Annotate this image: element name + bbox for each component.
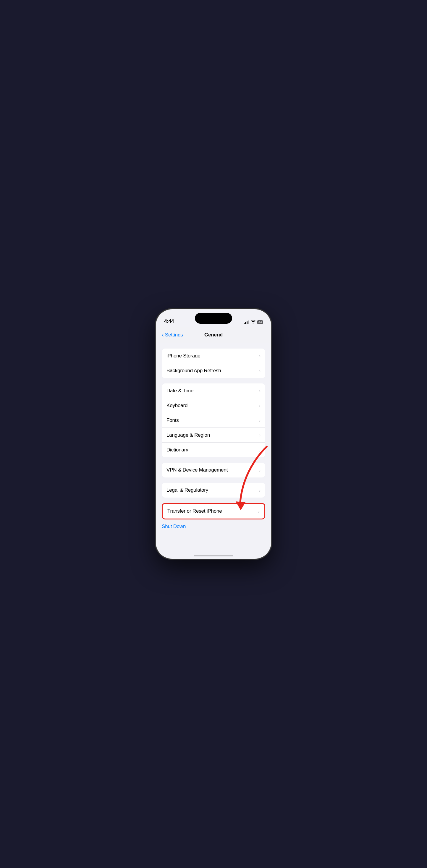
section-storage-refresh: iPhone Storage › Background App Refresh … (162, 348, 265, 378)
battery-level: 33 (258, 320, 262, 324)
list-item[interactable]: Background App Refresh › (162, 363, 265, 378)
list-item[interactable]: iPhone Storage › (162, 348, 265, 363)
section-gap-4 (156, 477, 271, 483)
phone-frame: 4:44 33 (156, 309, 271, 559)
keyboard-label: Keyboard (166, 403, 257, 409)
iphone-storage-label: iPhone Storage (166, 353, 257, 359)
back-label: Settings (165, 332, 183, 338)
chevron-right-icon: › (259, 433, 261, 438)
status-icons: 33 (244, 320, 263, 324)
section-gap-2 (156, 378, 271, 383)
phone-screen: 4:44 33 (156, 309, 271, 559)
date-time-label: Date & Time (166, 388, 257, 394)
chevron-right-icon: › (259, 447, 261, 453)
chevron-right-icon: › (259, 468, 261, 473)
list-item[interactable]: VPN & Device Management › (162, 463, 265, 477)
page-title: General (191, 332, 236, 338)
section-gap-5 (156, 498, 271, 503)
list-item[interactable]: Dictionary › (162, 442, 265, 457)
list-item[interactable]: Fonts › (162, 413, 265, 428)
wifi-icon (251, 320, 255, 324)
list-item[interactable]: Date & Time › (162, 383, 265, 398)
background-app-refresh-label: Background App Refresh (166, 368, 257, 374)
list-item[interactable]: Keyboard › (162, 398, 265, 413)
transfer-reset-row[interactable]: Transfer or Reset iPhone › (163, 504, 264, 519)
battery-icon: 33 (257, 320, 263, 324)
fonts-label: Fonts (166, 417, 257, 423)
list-item[interactable]: Language & Region › (162, 428, 265, 442)
chevron-right-icon: › (259, 403, 261, 408)
dictionary-label: Dictionary (166, 447, 257, 453)
chevron-right-icon: › (259, 368, 261, 373)
section-transfer-reset: Transfer or Reset iPhone › (162, 503, 265, 520)
back-chevron-icon: ‹ (162, 332, 164, 338)
legal-regulatory-label: Legal & Regulatory (166, 487, 257, 493)
arrow-container: Transfer or Reset iPhone › (156, 503, 271, 520)
shutdown-row[interactable]: Shut Down (156, 520, 271, 534)
navigation-bar: ‹ Settings General (156, 327, 271, 343)
shutdown-label[interactable]: Shut Down (162, 524, 186, 529)
dynamic-island (195, 313, 232, 324)
transfer-reset-label: Transfer or Reset iPhone (167, 508, 256, 514)
home-indicator (194, 555, 233, 556)
vpn-label: VPN & Device Management (166, 467, 257, 473)
chevron-right-icon: › (259, 418, 261, 423)
chevron-right-icon: › (259, 388, 261, 393)
chevron-right-icon: › (259, 488, 261, 493)
section-legal: Legal & Regulatory › (162, 483, 265, 498)
section-gap-3 (156, 457, 271, 463)
chevron-right-icon: › (259, 353, 261, 358)
back-button[interactable]: ‹ Settings (162, 332, 191, 338)
signal-icon (244, 320, 249, 324)
content-area[interactable]: iPhone Storage › Background App Refresh … (156, 343, 271, 559)
section-gap-1 (156, 343, 271, 348)
status-time: 4:44 (164, 318, 174, 324)
chevron-right-icon: › (258, 509, 260, 514)
section-vpn: VPN & Device Management › (162, 463, 265, 477)
list-item[interactable]: Legal & Regulatory › (162, 483, 265, 498)
language-region-label: Language & Region (166, 432, 257, 438)
section-locale: Date & Time › Keyboard › Fonts › Languag… (162, 383, 265, 457)
